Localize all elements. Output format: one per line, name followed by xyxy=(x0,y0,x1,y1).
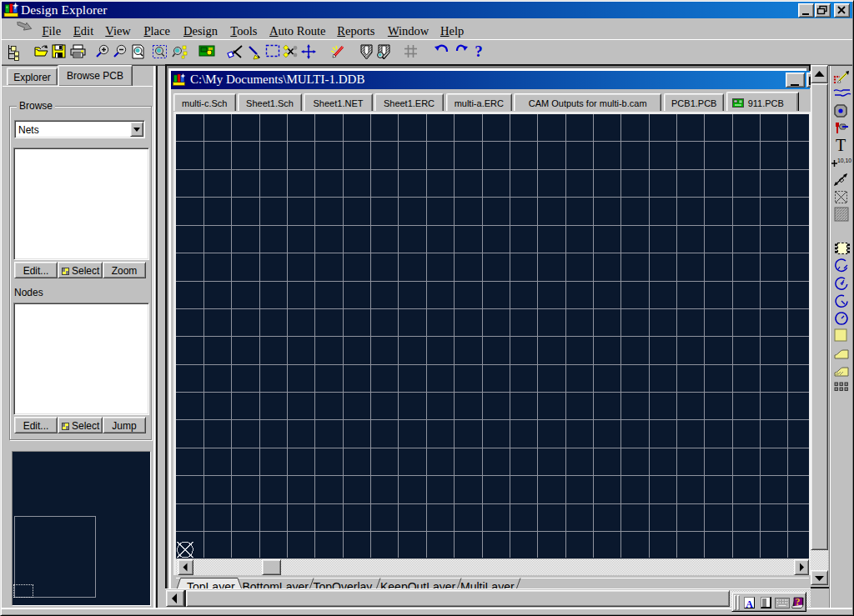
svg-text:10,10: 10,10 xyxy=(837,158,851,163)
svg-text:?: ? xyxy=(795,595,800,607)
svg-text:?: ? xyxy=(475,44,483,58)
svg-text:T: T xyxy=(836,138,846,153)
